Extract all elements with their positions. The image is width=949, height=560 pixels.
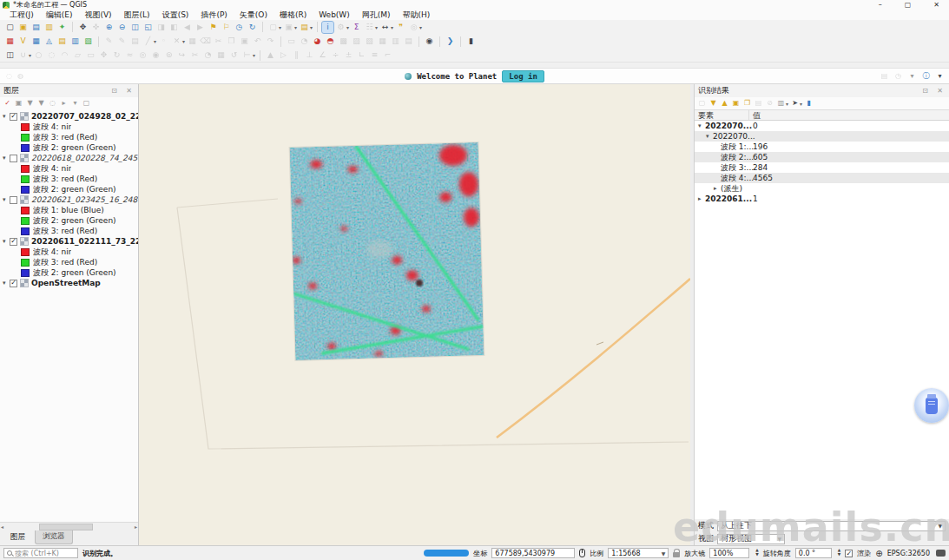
identify-features-icon[interactable]: i xyxy=(322,22,333,33)
column-feature[interactable]: 要素 xyxy=(695,110,749,120)
identify-tool-select-dropdown-icon[interactable]: ▾ xyxy=(800,101,802,107)
render-checkbox[interactable]: ✓ xyxy=(845,550,853,557)
identify-row[interactable]: 波段 4:...4565 xyxy=(695,173,949,183)
add-vector-layer-icon[interactable]: V xyxy=(17,36,29,47)
select-by-value-icon[interactable]: ▤ xyxy=(299,22,310,33)
crs-status[interactable]: EPSG:32650 xyxy=(887,550,930,557)
band-row[interactable]: 波段 2: green (Green) xyxy=(0,215,138,226)
collapse-tree-icon[interactable]: ▲ xyxy=(720,99,729,109)
zoom-in-icon[interactable]: ⊕ xyxy=(103,22,115,33)
data-source-manager-icon[interactable]: ▦ xyxy=(4,36,16,47)
band-row[interactable]: 波段 2: green (Green) xyxy=(0,142,138,153)
expander-icon[interactable]: ▾ xyxy=(3,113,10,120)
open-project-icon[interactable]: ▣ xyxy=(17,22,29,33)
layer-row[interactable]: ▾20220618_020228_74_245c xyxy=(0,153,138,163)
dock-tab-layers[interactable]: 图层 xyxy=(3,530,33,545)
osm-place-search-icon[interactable]: ◉ xyxy=(424,36,435,47)
identify-mode-select-dropdown-icon[interactable]: ▾ xyxy=(786,101,788,107)
pan-map-icon[interactable]: ✥ xyxy=(77,22,89,33)
zoom-native-icon[interactable]: ◫ xyxy=(129,22,141,33)
spinner-arrows-icon[interactable]: ▲▼ xyxy=(755,549,758,557)
zoom-out-icon[interactable]: ⊖ xyxy=(116,22,128,33)
menu-item-设置S[interactable]: 设置(S) xyxy=(156,10,195,21)
expander-icon[interactable]: ▾ xyxy=(3,280,10,287)
add-group-icon[interactable]: ▣ xyxy=(14,99,23,109)
expander-icon[interactable]: ▾ xyxy=(698,122,705,129)
crs-globe-icon[interactable]: ⊕ xyxy=(875,549,882,558)
new-bookmark-icon[interactable]: ⚑ xyxy=(208,22,219,33)
rotation-spinbox[interactable]: 0.0 ° xyxy=(795,548,832,558)
messages-bubble-icon[interactable] xyxy=(936,550,946,557)
layer-visibility-checkbox[interactable]: ✓ xyxy=(10,113,17,121)
band-row[interactable]: 波段 3: red (Red) xyxy=(0,174,138,184)
expand-all-icon[interactable]: ▸ xyxy=(59,99,69,109)
expander-icon[interactable]: ▸ xyxy=(698,195,705,202)
menu-item-编辑E[interactable]: 编辑(E) xyxy=(40,10,79,21)
close-panel-icon[interactable]: ✕ xyxy=(124,86,134,96)
mouse-extents-toggle-icon[interactable] xyxy=(579,549,585,557)
band-row[interactable]: 波段 2: green (Green) xyxy=(0,184,138,194)
view-select[interactable]: 树形视图 ▼ xyxy=(717,534,785,544)
open-layer-styling-icon[interactable]: ✓ xyxy=(3,99,12,109)
band-row[interactable]: 波段 4: nir xyxy=(0,122,138,132)
band-row[interactable]: 波段 4: nir xyxy=(0,247,138,257)
zoom-full-icon[interactable]: ◱ xyxy=(142,22,154,33)
identify-tool-select-icon[interactable]: ➤ xyxy=(790,99,800,109)
expand-tree-icon[interactable]: ▼ xyxy=(708,99,718,109)
band-row[interactable]: 波段 3: red (Red) xyxy=(0,226,138,236)
menu-item-插件P[interactable]: 插件(P) xyxy=(194,10,233,21)
identify-row[interactable]: 波段 3:...284 xyxy=(695,162,949,173)
refresh-map-icon[interactable]: ↻ xyxy=(247,22,258,33)
maximize-button[interactable]: ▢ xyxy=(905,1,912,9)
identify-row[interactable]: ▾2022070...0 xyxy=(695,121,949,131)
menu-item-WebW[interactable]: Web(W) xyxy=(313,10,356,19)
menu-item-图层L[interactable]: 图层(L) xyxy=(118,10,156,21)
layer-visibility-checkbox[interactable]: ✓ xyxy=(10,280,17,287)
add-raster-layer-icon[interactable]: ▦ xyxy=(30,36,42,47)
identify-row[interactable]: ▸2022061...1 xyxy=(695,194,949,204)
temporal-controller-icon[interactable]: ◷ xyxy=(234,22,245,33)
minimize-button[interactable]: – xyxy=(879,1,882,9)
add-mesh-layer-icon[interactable]: ◬ xyxy=(43,36,55,47)
statistical-summary-icon[interactable]: Σ xyxy=(351,22,362,33)
lock-scale-icon[interactable] xyxy=(673,552,680,557)
close-button[interactable]: ✕ xyxy=(933,1,939,9)
band-row[interactable]: 波段 3: red (Red) xyxy=(0,257,138,267)
add-postgis-layer-icon[interactable]: ▥ xyxy=(69,36,81,47)
layer-labeling-icon[interactable]: ◕ xyxy=(312,36,323,47)
new-project-icon[interactable]: ▢ xyxy=(4,22,16,33)
scrollbar-thumb[interactable] xyxy=(39,524,93,530)
magnifier-spinbox[interactable]: 100% xyxy=(709,548,749,558)
mode-select[interactable]: 从上往下 ▼ xyxy=(717,521,946,531)
floating-usb-tool-button[interactable] xyxy=(914,388,949,423)
band-row[interactable]: 波段 4: nir xyxy=(0,163,138,174)
close-panel-icon[interactable]: ✕ xyxy=(935,86,945,96)
layer-visibility-checkbox[interactable] xyxy=(10,196,17,204)
expand-new-results-icon[interactable]: ▣ xyxy=(731,99,741,109)
layer-row[interactable]: ▾✓OpenStreetMap xyxy=(0,278,138,288)
expander-icon[interactable]: ▾ xyxy=(706,133,713,140)
messages-info-icon[interactable]: ⓘ xyxy=(921,71,931,81)
menu-item-视图V[interactable]: 视图(V) xyxy=(78,10,117,21)
band-row[interactable]: 波段 2: green (Green) xyxy=(0,267,138,278)
layer-row[interactable]: ▾✓20220611_022111_73_2262 xyxy=(0,236,138,247)
scroll-left-arrow-icon[interactable]: ◂ xyxy=(1,524,3,530)
manage-map-themes-icon[interactable]: ▼ xyxy=(25,99,35,109)
map-canvas[interactable] xyxy=(139,84,690,545)
layout-manager-icon[interactable]: ◫ xyxy=(4,49,16,61)
map-tips-icon[interactable]: ❞ xyxy=(395,22,406,33)
identify-mode-select-icon[interactable]: ▥ xyxy=(776,99,786,109)
menu-item-帮助H[interactable]: 帮助(H) xyxy=(397,10,437,21)
measure-dropdown-icon[interactable]: ▾ xyxy=(391,24,393,30)
identify-row[interactable]: 波段 2:...605 xyxy=(695,152,949,162)
float-panel-icon[interactable]: ⊡ xyxy=(109,86,119,96)
expander-icon[interactable]: ▾ xyxy=(3,196,10,203)
copy-feature-icon[interactable]: ❐ xyxy=(742,99,752,109)
filter-legend-icon[interactable]: ▼ xyxy=(36,99,46,109)
column-value[interactable]: 值 xyxy=(749,110,949,120)
spinner-arrows-icon[interactable]: ▲▼ xyxy=(838,549,840,557)
layer-row[interactable]: ▾20220621_023425_16_2489 xyxy=(0,194,138,205)
planet-login-button[interactable]: Log in xyxy=(502,70,544,82)
message-dropdown-left-icon[interactable]: ▾ xyxy=(907,71,917,81)
layer-diagram-icon[interactable]: ◓ xyxy=(325,36,336,47)
